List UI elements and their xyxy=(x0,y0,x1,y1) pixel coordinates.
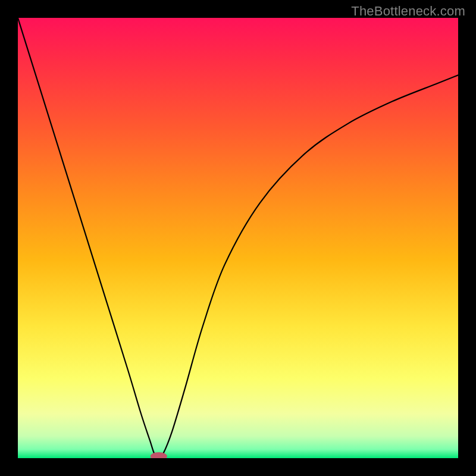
plot-frame xyxy=(18,18,458,458)
watermark-text: TheBottleneck.com xyxy=(351,4,465,19)
bottleneck-curve-chart xyxy=(18,18,458,458)
